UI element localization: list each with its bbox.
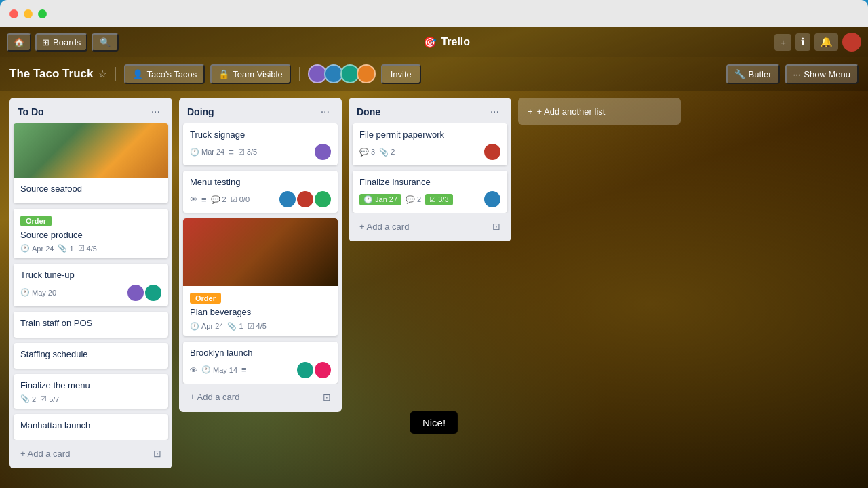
meta-eye-mt <box>190 195 197 203</box>
list-doing-menu-button[interactable]: ··· <box>317 104 334 119</box>
attach-icon <box>58 244 67 253</box>
meta-comment-fi: 2 <box>406 195 421 204</box>
list-done-title: Done <box>357 106 380 117</box>
card-avatar-fp-red <box>484 144 500 160</box>
card-manhattan[interactable]: Manhattan launch <box>14 414 168 440</box>
meta-clock-bl: May 14 <box>201 365 237 374</box>
clock-icon-pb <box>190 322 199 331</box>
meta-attach-fp: 2 <box>379 148 395 157</box>
card-brooklyn-launch[interactable]: Brooklyn launch May 14 <box>183 342 338 384</box>
add-card-todo-label: + Add a card <box>20 449 70 459</box>
list-doing: Doing ··· Truck signage Mar 24 3/5 <box>179 98 342 412</box>
user-avatar[interactable] <box>842 33 861 52</box>
star-button[interactable]: ☆ <box>98 68 107 79</box>
add-button[interactable]: + <box>774 34 791 51</box>
meta-list-mt <box>201 195 207 205</box>
checklist-badge-fi: ☑ 3/3 <box>425 194 452 205</box>
trello-app: 🏠 ⊞ Boards 🔍 🎯 Trello + ℹ 🔔 The Taco Tru… <box>0 27 868 488</box>
add-card-doing-button[interactable]: + Add a card ⊡ <box>184 388 336 407</box>
card-brooklyn-title: Brooklyn launch <box>190 347 331 359</box>
card-staffing[interactable]: Staffing schedule <box>14 343 168 369</box>
card-plan-beverages-title: Plan beverages <box>190 306 331 319</box>
meta-clock: Apr 24 <box>20 244 54 253</box>
meta-check-ts: 3/5 <box>238 148 257 157</box>
notification-button[interactable]: 🔔 <box>814 33 838 51</box>
list-icon-mt <box>201 195 207 205</box>
meta-clock-ts: Mar 24 <box>190 148 224 157</box>
search-button[interactable]: 🔍 <box>92 33 119 52</box>
card-truck-signage[interactable]: Truck signage Mar 24 3/5 <box>183 123 338 165</box>
card-source-produce-title: Source produce <box>20 229 161 241</box>
close-button[interactable] <box>9 9 18 18</box>
card-source-seafood[interactable]: Source seafood <box>14 123 168 203</box>
list-done-footer: + Add a card ⊡ <box>349 213 511 236</box>
meta-check3: 5/7 <box>40 394 59 403</box>
home-button[interactable]: 🏠 <box>7 33 31 52</box>
card-truck-signage-meta: Mar 24 3/5 <box>190 144 331 160</box>
info-button[interactable]: ℹ <box>795 33 810 51</box>
app-window: 🏠 ⊞ Boards 🔍 🎯 Trello + ℹ 🔔 The Taco Tru… <box>0 0 868 488</box>
card-file-permit-title: File permit paperwork <box>359 129 500 141</box>
eye-icon-bl <box>190 366 197 374</box>
show-menu-button[interactable]: ··· Show Menu <box>785 64 859 84</box>
card-staffing-title: Staffing schedule <box>20 348 161 361</box>
card-finalize-menu[interactable]: Finalize the menu 2 5/7 <box>14 374 168 409</box>
attach-icon3 <box>20 394 30 403</box>
card-menu-testing-meta: 2 0/0 <box>190 191 331 207</box>
card-file-permit[interactable]: File permit paperwork 3 2 <box>353 123 507 165</box>
check-icon-ts <box>238 148 245 157</box>
list-done-header: Done ··· <box>349 98 511 123</box>
card-fp-avatars <box>484 144 500 160</box>
meta-attach3: 2 <box>20 394 36 403</box>
add-card-todo-button[interactable]: + Add a card ⊡ <box>15 444 167 463</box>
list-doing-header: Doing ··· <box>179 98 342 123</box>
invite-button[interactable]: Invite <box>381 64 421 84</box>
add-list-button[interactable]: + + Add another list <box>518 98 681 125</box>
butler-label: Butler <box>749 69 772 79</box>
card-finalize-menu-meta: 2 5/7 <box>20 394 161 403</box>
add-card-doing-label: + Add a card <box>190 392 239 402</box>
card-train-staff-title: Train staff on POS <box>20 317 161 329</box>
meta-list-ts <box>229 147 234 157</box>
showmenu-dots: ··· <box>793 69 801 79</box>
member-avatar-4[interactable] <box>357 64 376 83</box>
list-icon-bl <box>241 365 247 375</box>
divider <box>115 67 116 81</box>
template-icon[interactable]: ⊡ <box>153 448 161 459</box>
beverages-image <box>183 218 338 286</box>
card-plan-beverages[interactable]: Order Plan beverages Apr 24 1 4/5 <box>183 218 338 336</box>
showmenu-label: Show Menu <box>804 69 850 79</box>
card-avatar-ts-purple <box>315 144 331 160</box>
check-icon-mt <box>231 195 237 204</box>
card-finalize-insurance-title: Finalize insurance <box>359 176 500 188</box>
check-icon <box>78 244 85 253</box>
list-icon-ts <box>229 147 234 157</box>
card-avatar-mt-green <box>315 191 331 207</box>
card-finalize-menu-title: Finalize the menu <box>20 380 161 392</box>
boards-label: Boards <box>53 37 81 47</box>
minimize-button[interactable] <box>24 9 33 18</box>
butler-button[interactable]: 🔧 Butler <box>726 64 780 84</box>
card-ts-avatars <box>315 144 331 160</box>
team-button[interactable]: 👤 Taco's Tacos <box>124 64 205 84</box>
visibility-button[interactable]: 🔒 Team Visible <box>210 64 290 84</box>
clock-icon2 <box>20 288 30 297</box>
template-icon-doing[interactable]: ⊡ <box>323 392 331 403</box>
card-truck-tuneup[interactable]: Truck tune-up May 20 <box>14 264 168 306</box>
card-menu-testing[interactable]: Menu testing 2 0/0 <box>183 171 338 213</box>
template-icon-done[interactable]: ⊡ <box>492 221 500 232</box>
visibility-label: Team Visible <box>233 69 282 79</box>
nice-tooltip: Nice! <box>410 411 458 434</box>
add-card-done-button[interactable]: + Add a card ⊡ <box>354 217 506 236</box>
card-menu-testing-title: Menu testing <box>190 176 331 188</box>
card-source-produce[interactable]: Order Source produce Apr 24 1 4/5 <box>14 209 168 258</box>
list-todo-menu-button[interactable]: ··· <box>147 104 164 119</box>
list-doing-cards: Truck signage Mar 24 3/5 Menu testing <box>179 123 342 384</box>
maximize-button[interactable] <box>38 9 47 18</box>
card-train-staff[interactable]: Train staff on POS <box>14 312 168 338</box>
boards-button[interactable]: ⊞ Boards <box>35 33 87 52</box>
card-finalize-insurance[interactable]: Finalize insurance 🕐 Jan 27 2 ☑ 3/3 <box>353 171 507 213</box>
card-truck-signage-title: Truck signage <box>190 129 331 141</box>
card-avatar-teal <box>145 285 161 301</box>
list-done-menu-button[interactable]: ··· <box>486 104 503 119</box>
